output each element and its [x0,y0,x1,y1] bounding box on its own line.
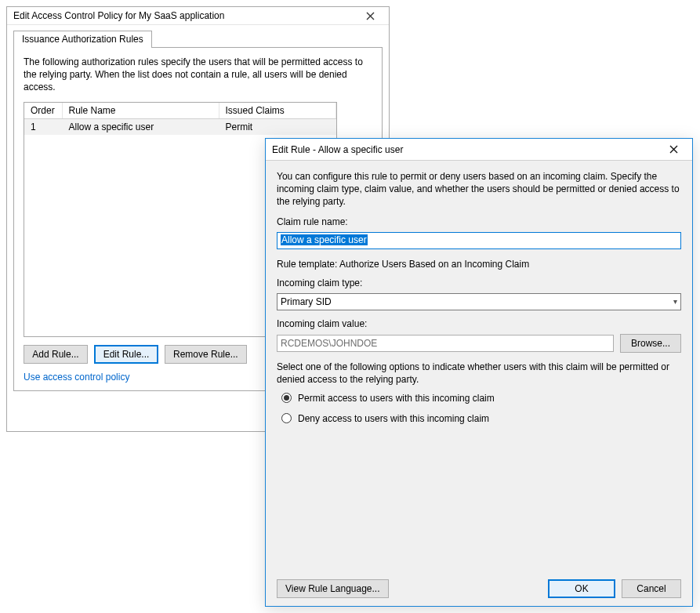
col-order[interactable]: Order [24,103,62,119]
tab-strip: Issuance Authorization Rules [13,30,383,47]
radio-deny-label: Deny access to users with this incoming … [298,413,489,424]
edit-rule-button[interactable]: Edit Rule... [94,345,158,364]
browse-button[interactable]: Browse... [620,334,681,353]
col-issued-claims[interactable]: Issued Claims [219,103,336,119]
col-rule-name[interactable]: Rule Name [62,103,219,119]
rule-intro-text: You can configure this rule to permit or… [277,170,681,209]
view-rule-language-button[interactable]: View Rule Language... [277,579,389,598]
chevron-down-icon: ▾ [673,297,677,306]
rules-description: The following authorization rules specif… [24,56,372,94]
options-intro-text: Select one of the following options to i… [277,361,681,386]
cell-rule-name: Allow a specific user [62,118,219,135]
incoming-claim-type-value: Primary SID [281,296,332,307]
incoming-claim-type-label: Incoming claim type: [277,277,681,288]
dialog-titlebar: Edit Rule - Allow a specific user [266,139,692,161]
cell-order: 1 [24,118,62,135]
close-icon[interactable] [659,141,687,158]
claim-rule-name-label: Claim rule name: [277,216,681,227]
claim-rule-name-input[interactable]: Allow a specific user [277,232,681,249]
cell-issued-claims: Permit [219,118,336,135]
dialog-title: Edit Rule - Allow a specific user [272,144,403,155]
incoming-claim-value-input[interactable] [277,335,614,352]
dialog-title: Edit Access Control Policy for My SaaS a… [13,10,224,21]
table-row[interactable]: 1 Allow a specific user Permit [24,118,336,135]
radio-permit[interactable]: Permit access to users with this incomin… [281,393,681,404]
incoming-claim-value-label: Incoming claim value: [277,318,681,329]
tab-issuance-authorization-rules[interactable]: Issuance Authorization Rules [13,31,152,48]
add-rule-button[interactable]: Add Rule... [24,345,88,364]
rule-template-text: Rule template: Authorize Users Based on … [277,259,681,270]
close-icon[interactable] [356,7,384,24]
radio-icon [281,393,292,403]
claim-rule-name-value: Allow a specific user [281,234,368,245]
radio-deny[interactable]: Deny access to users with this incoming … [281,413,681,424]
ok-button[interactable]: OK [548,579,615,598]
radio-icon [281,413,292,423]
cancel-button[interactable]: Cancel [622,579,681,598]
dialog-titlebar: Edit Access Control Policy for My SaaS a… [7,7,389,25]
radio-permit-label: Permit access to users with this incomin… [298,393,495,404]
edit-rule-dialog: Edit Rule - Allow a specific user You ca… [265,138,693,607]
remove-rule-button[interactable]: Remove Rule... [165,345,247,364]
incoming-claim-type-select[interactable]: Primary SID ▾ [277,293,681,310]
